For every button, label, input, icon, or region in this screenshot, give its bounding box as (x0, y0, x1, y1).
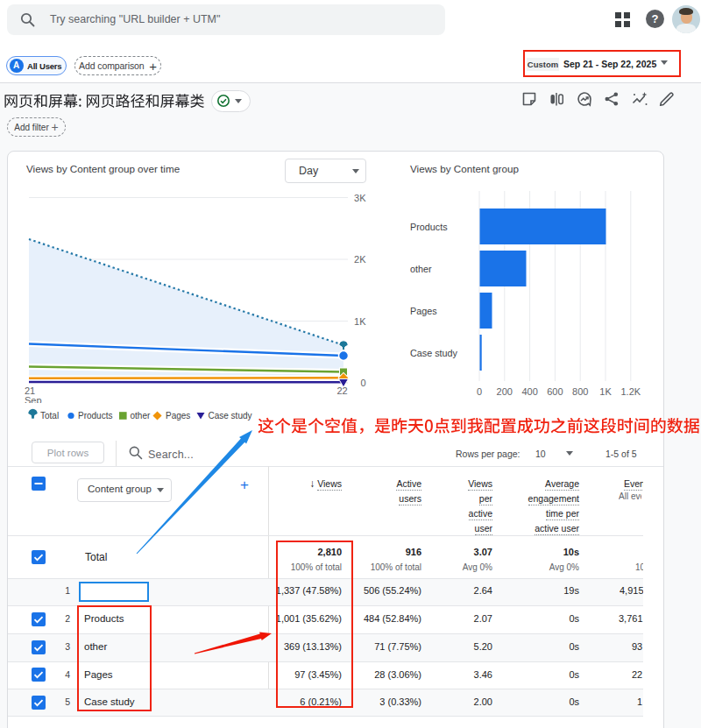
svg-text:0: 0 (477, 386, 482, 397)
svg-text:3K: 3K (354, 193, 366, 203)
svg-text:21: 21 (25, 385, 35, 396)
svg-text:other: other (131, 411, 151, 421)
svg-text:other: other (410, 264, 432, 274)
svg-text:1K: 1K (354, 316, 366, 327)
svg-text:Products: Products (410, 222, 448, 232)
svg-text:1.2K: 1.2K (620, 386, 641, 397)
svg-text:0: 0 (360, 378, 365, 388)
svg-text:Sep: Sep (25, 395, 42, 403)
svg-text:1K: 1K (599, 386, 612, 397)
svg-text:400: 400 (521, 386, 537, 397)
svg-text:200: 200 (497, 386, 513, 397)
svg-text:22: 22 (337, 385, 348, 396)
svg-text:Case study: Case study (410, 348, 458, 358)
svg-text:600: 600 (547, 386, 563, 397)
svg-text:Products: Products (78, 411, 112, 421)
svg-text:Pages: Pages (166, 411, 190, 421)
svg-text:Pages: Pages (410, 306, 437, 316)
svg-text:Case study: Case study (209, 411, 252, 421)
svg-text:Total: Total (40, 411, 59, 421)
svg-text:800: 800 (572, 386, 588, 397)
svg-text:2K: 2K (354, 254, 366, 265)
